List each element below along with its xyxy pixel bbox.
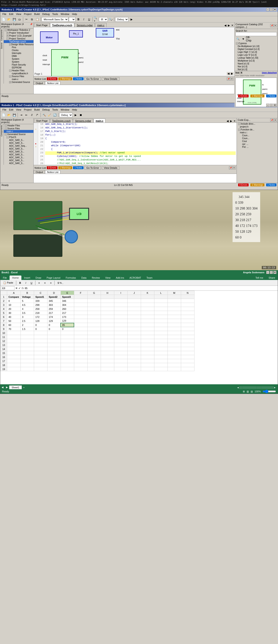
tree-adcsar3[interactable]: ADC_SAR_Seq... (4, 144, 33, 147)
cell-r18c11[interactable] (154, 363, 168, 367)
excel-tab-formulas[interactable]: Formulas (63, 276, 79, 280)
cell-r10c4[interactable] (61, 331, 74, 335)
col-header-A[interactable]: A (7, 291, 21, 295)
comp-filter-icon[interactable]: ▼ (241, 36, 246, 42)
cell-r14c12[interactable] (168, 347, 181, 351)
cell-r9c6[interactable] (87, 327, 101, 331)
cell-r16c13[interactable] (181, 355, 194, 359)
cell-r17c10[interactable] (141, 359, 154, 363)
tab-mainc-1[interactable]: main.c (95, 23, 106, 27)
cell-r8c11[interactable] (154, 323, 168, 327)
cell-r6c3[interactable]: 174 (47, 315, 61, 319)
ribbon-italic[interactable]: I (23, 281, 28, 285)
menu-file-2[interactable]: File (1, 108, 8, 112)
rebuild-icon-2[interactable]: 🔄 (52, 112, 57, 118)
tab-prev-2[interactable]: ◀ (226, 120, 229, 122)
comp-catalog-close[interactable]: ✕ (274, 24, 277, 27)
cell-r3c0[interactable]: 10 (7, 303, 21, 307)
cell-r17c6[interactable] (87, 359, 101, 363)
col-header-H[interactable]: H (101, 291, 114, 295)
close-btn-2[interactable]: ✕ (273, 104, 277, 107)
cell-r5c12[interactable] (168, 311, 181, 315)
tree-flash[interactable]: Flash Security (4, 63, 33, 66)
cell-r4c4[interactable]: 260 (61, 307, 74, 311)
build-icon-2[interactable]: 🔨 (42, 112, 46, 118)
comp-search-input[interactable] (236, 32, 277, 36)
cell-r15c0[interactable] (7, 351, 21, 355)
outdent-icon[interactable]: ⇤ (24, 112, 29, 118)
cell-r18c10[interactable] (141, 363, 154, 367)
formula-cell-ref[interactable] (1, 286, 14, 290)
cell-r4c11[interactable] (154, 307, 168, 311)
cell-r14c10[interactable] (141, 347, 154, 351)
cell-r6c4[interactable]: 173 (61, 315, 74, 319)
tree-workspace[interactable]: − Workspace 'Robotics 1' (4, 28, 33, 32)
cell-r10c6[interactable] (87, 331, 101, 335)
close-btn-1[interactable]: ✕ (273, 8, 277, 11)
cut-icon[interactable]: ✂ (24, 17, 29, 22)
cell-r17c13[interactable] (181, 359, 194, 363)
excel-share[interactable]: Share (266, 276, 278, 280)
tree-adcsar5[interactable]: ADC_SAR_S... (4, 150, 33, 153)
menu-help-2[interactable]: Help (71, 108, 78, 112)
cell-r5c0[interactable]: 30 (7, 311, 21, 315)
cell-r2c3[interactable]: 345 (47, 299, 61, 303)
cell-r18c8[interactable] (114, 363, 127, 367)
menu-help-1[interactable]: Help (71, 12, 78, 16)
cell-r14c5[interactable] (74, 347, 87, 351)
cell-r10c8[interactable] (114, 331, 127, 335)
cell-r2c7[interactable] (101, 299, 114, 303)
uncomment-icon[interactable]: /* (35, 112, 40, 118)
debug-config-2[interactable]: Debug (59, 113, 73, 117)
cell-r18c1[interactable] (20, 363, 34, 367)
col-header-D[interactable]: D (47, 291, 61, 295)
ce-count1[interactable]: Coun... (237, 134, 278, 137)
cell-r10c10[interactable] (141, 331, 154, 335)
ce-include[interactable]: − Include direc... (237, 122, 278, 125)
notice-pin-1[interactable]: 📌 (227, 77, 230, 80)
ce-cpr[interactable]: cpr: ... (237, 143, 278, 146)
cell-r17c3[interactable] (47, 359, 61, 363)
open-datasheet-link[interactable]: Open datasheet (262, 72, 277, 74)
cell-r15c3[interactable] (47, 351, 61, 355)
cell-r3c12[interactable] (168, 303, 181, 307)
cell-r2c2[interactable]: 339 (34, 299, 47, 303)
cell-r10c12[interactable] (168, 331, 181, 335)
cell-r9c7[interactable] (101, 327, 114, 331)
cell-r13c13[interactable] (181, 343, 194, 347)
ce-main-c[interactable]: main.c : (237, 131, 278, 134)
tab-mainc-active[interactable]: main.c (94, 118, 105, 122)
tree-pins[interactable]: Pins (4, 46, 33, 49)
cell-r15c6[interactable] (87, 351, 101, 355)
cell-r2c8[interactable] (114, 299, 127, 303)
cell-r13c5[interactable] (74, 343, 87, 347)
tree-gensrc-2[interactable]: − Generated Source (4, 133, 33, 136)
menu-window-2[interactable]: Window (59, 108, 71, 112)
cell-r17c9[interactable] (127, 359, 141, 363)
excel-tab-data[interactable]: Data (79, 276, 89, 280)
col-header-N[interactable]: N (181, 291, 194, 295)
comp-nor[interactable]: Nor [v1.0] (235, 65, 278, 68)
cell-r18c3[interactable] (47, 363, 61, 367)
cell-r4c1[interactable]: 4 (20, 307, 34, 311)
excel-close[interactable]: ✕ (273, 271, 277, 274)
cell-r1c4[interactable]: Speed3 (61, 295, 74, 299)
comp-nand[interactable]: Nand [v1.0] (235, 62, 278, 65)
cell-r5c6[interactable] (87, 311, 101, 315)
cell-r17c5[interactable] (74, 359, 87, 363)
cell-r12c10[interactable] (141, 339, 154, 343)
ribbon-number[interactable]: $ % , (55, 281, 65, 285)
formula-fx-icon[interactable]: fx (22, 286, 24, 290)
cell-r14c7[interactable] (101, 347, 114, 351)
output-tab-1[interactable]: Output (34, 81, 45, 85)
indent-icon[interactable]: ⇥ (19, 112, 24, 118)
cell-r6c13[interactable] (181, 315, 194, 319)
cell-r11c12[interactable] (168, 335, 181, 339)
cell-r14c3[interactable] (47, 347, 61, 351)
cell-r6c10[interactable] (141, 315, 154, 319)
minimize-btn-1[interactable]: ─ (266, 8, 269, 11)
menu-project-1[interactable]: Project (22, 12, 33, 16)
code-exp-close[interactable]: ✕ (274, 118, 277, 122)
tab-topdesign-2[interactable]: TopDesign.cysch (50, 118, 73, 122)
comp-item-cypress[interactable]: − Cypress (235, 42, 278, 45)
